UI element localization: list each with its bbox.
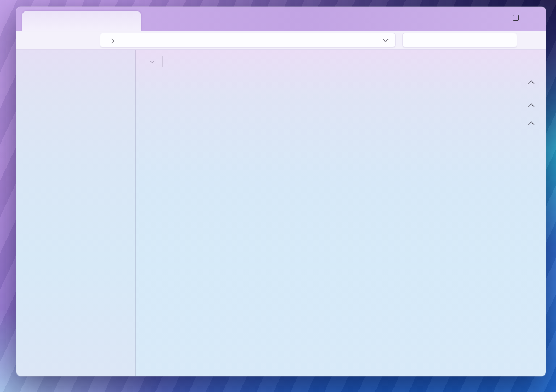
collapse-chevron-icon[interactable]	[528, 103, 534, 109]
breadcrumb-chevron-icon	[110, 35, 113, 45]
maximize-icon	[513, 15, 519, 21]
tab-bar	[16, 7, 546, 31]
drives-header	[144, 104, 536, 108]
up-button[interactable]	[60, 32, 79, 48]
home-page	[135, 73, 546, 361]
forward-button[interactable]	[42, 32, 60, 48]
window-controls	[490, 8, 541, 27]
search-input[interactable]	[408, 36, 512, 44]
tab-home[interactable]	[22, 11, 141, 31]
refresh-button[interactable]	[79, 32, 97, 48]
search-box	[402, 33, 517, 48]
file-explorer-window	[16, 7, 546, 376]
navigation-bar	[16, 31, 546, 50]
toolbar-divider	[162, 56, 163, 67]
collapse-chevron-icon[interactable]	[528, 122, 534, 128]
toolbar	[135, 50, 546, 73]
minimize-button[interactable]	[490, 8, 507, 27]
new-tab-button[interactable]	[153, 14, 166, 27]
address-dropdown-button[interactable]	[381, 37, 390, 43]
sidebar	[16, 50, 135, 376]
back-button[interactable]	[23, 32, 42, 48]
main-pane	[135, 50, 546, 376]
maximize-button[interactable]	[507, 8, 524, 27]
tab-close-icon[interactable]	[126, 16, 137, 26]
status-bar	[135, 361, 546, 376]
quick-access-header	[144, 81, 536, 85]
recent-files-header	[144, 122, 536, 126]
chevron-down-icon	[150, 58, 154, 63]
close-button[interactable]	[524, 8, 541, 27]
new-button[interactable]	[144, 60, 154, 63]
collapse-chevron-icon[interactable]	[528, 81, 534, 87]
settings-button[interactable]	[520, 32, 538, 48]
address-bar[interactable]	[100, 33, 396, 48]
